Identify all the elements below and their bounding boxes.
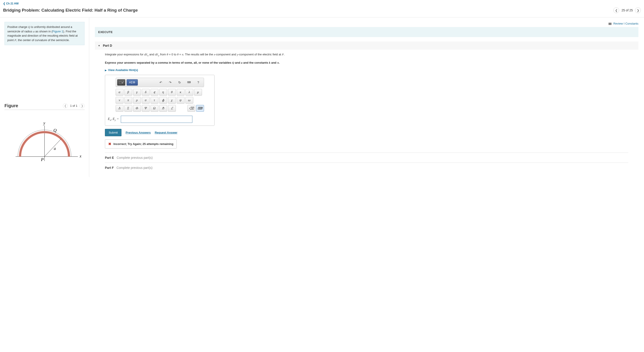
part-d-prompt: Integrate your expressions for dEx and d… xyxy=(105,52,628,57)
templates-button[interactable]: ⬚√ xyxy=(117,79,125,86)
greek-σ-button[interactable]: σ xyxy=(142,97,150,104)
greek-δ-button[interactable]: δ xyxy=(142,89,150,96)
part-d-instruction: Express your answers separated by a comm… xyxy=(105,60,628,65)
greek-ℏ-button[interactable]: ℏ xyxy=(159,105,167,112)
greek-Δ-button[interactable]: Δ xyxy=(116,105,124,112)
greek-χ-button[interactable]: χ xyxy=(168,97,176,104)
keyboard-icon[interactable]: ⌨ xyxy=(185,79,193,86)
greek-β-button[interactable]: β xyxy=(124,89,132,96)
book-icon: ▮▮ xyxy=(608,22,612,25)
page-title: Bridging Problem: Calculating Electric F… xyxy=(3,8,613,13)
backspace-button[interactable]: ⌫ xyxy=(188,105,195,112)
top-links: ▮▮ Review I Constants xyxy=(95,22,638,25)
greek-π-button[interactable]: π xyxy=(124,97,132,104)
greek-ϕ-button[interactable]: ϕ xyxy=(159,97,167,104)
greek-κ-button[interactable]: κ xyxy=(177,89,184,96)
greek-η-button[interactable]: η xyxy=(159,89,167,96)
svg-text:a: a xyxy=(54,146,56,151)
fig-next-button[interactable]: ❯ xyxy=(80,103,84,108)
back-link[interactable]: ❮ Ch 21 HW xyxy=(3,2,18,5)
answer-label: Ex, Ey = xyxy=(108,117,119,121)
answer-panel: ⬚√ ΑΣΦ ↶ ↷ ↻ ⌨ ? αβγδϵηθκλμ νπρστϕχψω ΔΣ… xyxy=(105,75,214,126)
greek-α-button[interactable]: α xyxy=(116,89,124,96)
greek-λ-button[interactable]: λ xyxy=(186,89,193,96)
problem-pager: ❮ 25 of 25 ❯ xyxy=(613,7,641,13)
prev-problem-button[interactable]: ❮ xyxy=(613,7,619,13)
greek-γ-button[interactable]: γ xyxy=(133,89,141,96)
greek-ρ-button[interactable]: ρ xyxy=(133,97,141,104)
problem-statement: Positive charge Q is uniformly distribut… xyxy=(4,22,84,45)
greek-μ-button[interactable]: μ xyxy=(194,89,202,96)
figure-diagram: y x Q a P xyxy=(4,117,84,170)
greek-τ-button[interactable]: τ xyxy=(150,97,158,104)
greek-θ-button[interactable]: θ xyxy=(168,89,176,96)
previous-answers-link[interactable]: Previous Answers xyxy=(126,131,150,134)
next-problem-button[interactable]: ❯ xyxy=(635,7,641,13)
redo-button[interactable]: ↷ xyxy=(166,79,174,86)
pager-text: 25 of 25 xyxy=(622,8,633,12)
greek-ℰ-button[interactable]: ℰ xyxy=(168,105,176,112)
reset-button[interactable]: ↻ xyxy=(176,79,184,86)
greek-ψ-button[interactable]: ψ xyxy=(177,97,184,104)
incorrect-icon: ✖ xyxy=(108,142,111,146)
greek-Ω-button[interactable]: Ω xyxy=(150,105,158,112)
greek-Φ-button[interactable]: Φ xyxy=(133,105,141,112)
request-answer-link[interactable]: Request Answer xyxy=(155,131,178,134)
greek-Ψ-button[interactable]: Ψ xyxy=(142,105,150,112)
figure-link[interactable]: Figure 1 xyxy=(52,30,63,33)
svg-line-2 xyxy=(44,139,61,157)
part-f-row: Part F Complete previous part(s) xyxy=(105,163,628,173)
svg-text:y: y xyxy=(43,121,45,125)
svg-text:P: P xyxy=(41,157,44,162)
fig-prev-button[interactable]: ❮ xyxy=(63,103,68,108)
feedback-box: ✖ Incorrect; Try Again; 25 attempts rema… xyxy=(105,139,177,149)
undo-button[interactable]: ↶ xyxy=(157,79,165,86)
review-link[interactable]: Review xyxy=(613,22,623,25)
part-d-header[interactable]: ▼ Part D xyxy=(95,41,638,50)
section-header: EXECUTE xyxy=(95,27,638,37)
greek-Σ-button[interactable]: Σ xyxy=(124,105,132,112)
figure-heading: Figure xyxy=(4,103,63,108)
figure-pager: 1 of 1 xyxy=(70,104,78,107)
submit-button[interactable]: Submit xyxy=(105,129,122,136)
part-e-row: Part E Complete previous part(s) xyxy=(105,153,628,163)
keyboard-toggle-button[interactable]: ⌨ xyxy=(196,105,204,112)
collapse-icon: ▼ xyxy=(98,44,100,47)
svg-text:x: x xyxy=(80,154,82,158)
greek-ω-button[interactable]: ω xyxy=(186,97,193,104)
constants-link[interactable]: Constants xyxy=(625,22,638,25)
view-hints-toggle[interactable]: View Available Hint(s) xyxy=(105,68,628,72)
help-button[interactable]: ? xyxy=(194,79,202,86)
svg-text:Q: Q xyxy=(54,128,56,133)
greek-ϵ-button[interactable]: ϵ xyxy=(150,89,158,96)
answer-input[interactable] xyxy=(121,116,192,123)
greek-tab-button[interactable]: ΑΣΦ xyxy=(126,79,138,86)
greek-ν-button[interactable]: ν xyxy=(116,97,124,104)
